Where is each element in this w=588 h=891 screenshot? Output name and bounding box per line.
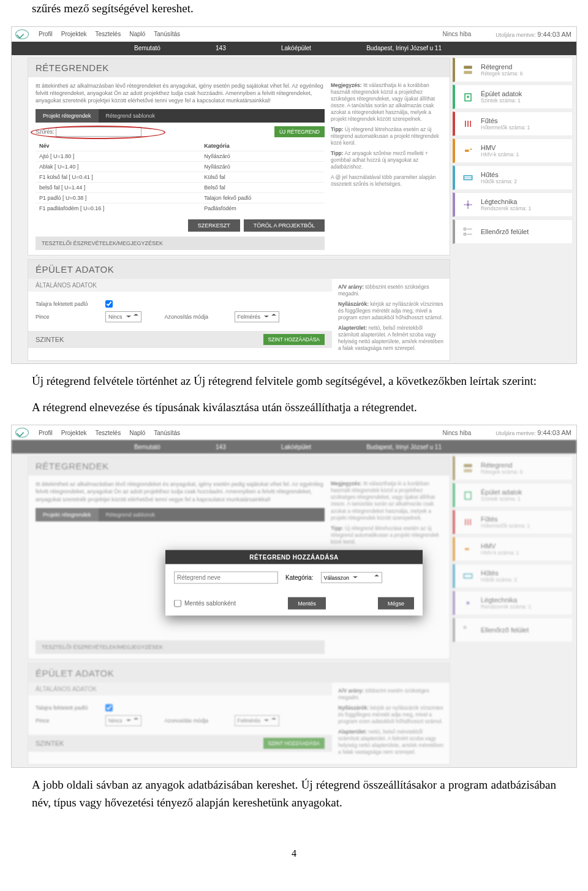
save-template-checkbox[interactable] bbox=[174, 599, 181, 607]
checkbox-talajra[interactable] bbox=[105, 300, 113, 308]
panel-title-epulet: ÉPÜLET ADATOK bbox=[28, 260, 450, 279]
select-azon[interactable]: Felmérés bbox=[235, 311, 280, 322]
cooling-icon bbox=[460, 568, 476, 584]
sidebar-item-legtechnika[interactable]: LégtechnikaRendszerek száma: 1 bbox=[453, 591, 573, 615]
sidebar-item-ellenorzo[interactable]: Ellenőrző felület bbox=[453, 219, 573, 244]
nav-projektek[interactable]: Projektek bbox=[61, 31, 87, 37]
app-screenshot-1: Profil Projektek Tesztelés Napló Tanúsít… bbox=[11, 26, 577, 365]
sidebar-item-retegrend[interactable]: RétegrendRétegek száma: 6 bbox=[453, 58, 573, 82]
building-icon bbox=[460, 487, 476, 503]
col-kategoria: Kategória bbox=[200, 141, 325, 151]
modal-cat-select[interactable]: Válasszon bbox=[321, 572, 382, 583]
nav-naplo[interactable]: Napló bbox=[129, 430, 145, 436]
table-row[interactable]: Ablak [ U=1.40 ]Nyílászáró bbox=[36, 161, 325, 172]
status-text: Nincs hiba bbox=[443, 430, 472, 436]
table-row[interactable]: P1 padló [ U=0.38 ]Talajon fekvő padló bbox=[36, 192, 325, 203]
svg-rect-6 bbox=[470, 121, 471, 127]
new-retegrend-button[interactable]: ÚJ RÉTEGREND bbox=[274, 126, 325, 137]
filter-input[interactable] bbox=[56, 127, 141, 137]
tap-icon bbox=[460, 143, 476, 159]
retek-sidebar-notes: Megjegyzés: Itt választhatja ki a korább… bbox=[331, 82, 442, 250]
retegrend-name-input[interactable] bbox=[174, 571, 278, 583]
table-row[interactable]: Ajtó [ U=1.80 ]Nyílászáró bbox=[36, 151, 325, 161]
doc-bottom: A jobb oldali sávban az anyagok adatbázi… bbox=[0, 776, 588, 811]
filter-label: Szűrés: bbox=[36, 129, 55, 135]
tab-projekt-retegrendek[interactable]: Projekt rétegrendek bbox=[36, 109, 99, 123]
table-row[interactable]: belső fal [ U=1.44 ]Belső fal bbox=[36, 182, 325, 192]
tab-retegrend-sablonok[interactable]: Rétegrend sablonok bbox=[99, 109, 163, 123]
select-pince[interactable]: Nincs bbox=[105, 311, 141, 322]
app-sidebar: RétegrendRétegek száma: 6 Épület adatokS… bbox=[453, 58, 573, 362]
doc-mid: Új rétegrend felvétele történhet az Új r… bbox=[0, 373, 588, 416]
retek-info: Itt áttekintheti az alkalmazásban lévő r… bbox=[36, 82, 325, 104]
sidebar-item-futes[interactable]: FűtésHőtermelők száma: 1 bbox=[453, 112, 573, 136]
szint-hozzaadas-button[interactable]: SZINT HOZZÁADÁSA bbox=[263, 334, 325, 345]
nav-tanusitas[interactable]: Tanúsítás bbox=[154, 430, 180, 436]
nav-profil[interactable]: Profil bbox=[39, 430, 53, 436]
sub-d: Budapest, Irinyi József u 11 bbox=[366, 45, 442, 51]
saved-info: Utoljára mentve: 9:44:03 AM bbox=[496, 31, 571, 38]
radiator-icon bbox=[460, 514, 476, 530]
panel-epulet-adatok: ÉPÜLET ADATOK ÁLTALÁNOS ADATOK Talajra f… bbox=[28, 259, 450, 361]
modal-cancel-button[interactable]: Mégse bbox=[378, 597, 414, 609]
sidebar-item-hutes[interactable]: HűtésHűtők száma: 2 bbox=[453, 165, 573, 190]
cooling-icon bbox=[460, 170, 476, 186]
modal-cat-label: Kategória: bbox=[285, 574, 314, 581]
svg-rect-5 bbox=[467, 121, 469, 127]
nav-profil[interactable]: Profil bbox=[39, 31, 53, 37]
szerkeszt-button[interactable]: SZERKESZT bbox=[188, 219, 240, 232]
para3: A jobb oldali sávban az anyagok adatbázi… bbox=[32, 776, 556, 811]
tester-notes[interactable]: TESZTELŐI ÉSZREVÉTELEK/MEGJEGYZÉSEK bbox=[36, 237, 325, 250]
sidebar-item-ellenorzo[interactable]: Ellenőrző felület bbox=[453, 618, 573, 642]
app-screenshot-2-wrap: Profil Projektek Tesztelés Napló Tanúsít… bbox=[0, 425, 588, 768]
tap-icon bbox=[460, 541, 476, 557]
table-row[interactable]: F1 padlásfödém [ U=0.16 ]Padlásfödém bbox=[36, 203, 325, 213]
sidebar-item-legtechnika[interactable]: LégtechnikaRendszerek száma: 1 bbox=[453, 192, 573, 217]
sidebar-item-retegrend[interactable]: RétegrendRétegek száma: 6 bbox=[453, 456, 573, 480]
sidebar-item-hmv[interactable]: HMVHMV-k száma: 1 bbox=[453, 138, 573, 163]
sidebar-item-epulet[interactable]: Épület adatokSzintek száma: 1 bbox=[453, 85, 573, 109]
app-logo-icon bbox=[15, 29, 29, 39]
szint-hozzaadas-button[interactable]: SZINT HOZZÁADÁSA bbox=[263, 738, 325, 749]
retegrendek-table: Név Kategória Ajtó [ U=1.80 ]Nyílászáró … bbox=[36, 141, 325, 213]
svg-rect-19 bbox=[470, 519, 471, 525]
epul-sidebar-notes: A/V arány: többszint esetén szükséges me… bbox=[338, 279, 450, 360]
layers-icon bbox=[460, 62, 476, 78]
sidebar-item-futes[interactable]: FűtésHőtermelők száma: 1 bbox=[453, 510, 573, 534]
svg-rect-1 bbox=[464, 70, 472, 74]
svg-rect-11 bbox=[464, 233, 466, 235]
svg-point-9 bbox=[467, 203, 470, 206]
svg-point-21 bbox=[467, 602, 470, 605]
label-azon: Azonosítás módja bbox=[165, 314, 228, 320]
sub-altalanos: ÁLTALÁNOS ADATOK bbox=[28, 279, 332, 292]
nav-naplo[interactable]: Napló bbox=[129, 31, 145, 37]
label-talajra: Talajra fektetett padló bbox=[36, 301, 99, 307]
select-azon[interactable]: Felmérés bbox=[235, 715, 280, 726]
sidebar-item-epulet[interactable]: Épület adatokSzintek száma: 1 bbox=[453, 483, 573, 507]
nav-teszteles[interactable]: Tesztelés bbox=[95, 430, 121, 436]
sidebar-item-hutes[interactable]: HűtésHűtők száma: 2 bbox=[453, 564, 573, 588]
svg-rect-14 bbox=[464, 464, 472, 468]
torol-button[interactable]: TÖRÖL A PROJEKTBŐL bbox=[244, 219, 325, 232]
nav-teszteles[interactable]: Tesztelés bbox=[95, 31, 121, 37]
sub-a: Bemutató bbox=[134, 45, 160, 51]
nav-tanusitas[interactable]: Tanúsítás bbox=[154, 31, 180, 37]
select-pince[interactable]: Nincs bbox=[105, 715, 141, 726]
sidebar-item-hmv[interactable]: HMVHMV-k száma: 1 bbox=[453, 537, 573, 561]
checklist-icon bbox=[460, 622, 476, 638]
building-icon bbox=[460, 89, 476, 105]
save-template-label: Mentés sablonként bbox=[184, 600, 236, 607]
sub-b: 143 bbox=[216, 45, 226, 51]
modal-save-button[interactable]: Mentés bbox=[288, 597, 326, 609]
app-topbar: Profil Projektek Tesztelés Napló Tanúsít… bbox=[12, 27, 576, 42]
panel-retegrendek: RÉTEGRENDEK Itt áttekintheti az alkalmaz… bbox=[28, 58, 450, 256]
status-text: Nincs hiba bbox=[443, 31, 472, 37]
intro-text: szűrés mező segítségével kereshet. bbox=[32, 0, 556, 18]
radiator-icon bbox=[460, 116, 476, 132]
nav-projektek[interactable]: Projektek bbox=[61, 430, 87, 436]
checkbox-talajra[interactable] bbox=[105, 704, 113, 711]
modal-title: RÉTEGREND HOZZÁADÁSA bbox=[165, 550, 423, 564]
svg-rect-17 bbox=[465, 519, 466, 525]
table-row[interactable]: F1 külső fal [ U=0.41 ]Külső fal bbox=[36, 172, 325, 182]
para2: A rétegrend elnevezése és típusának kivá… bbox=[32, 399, 556, 417]
